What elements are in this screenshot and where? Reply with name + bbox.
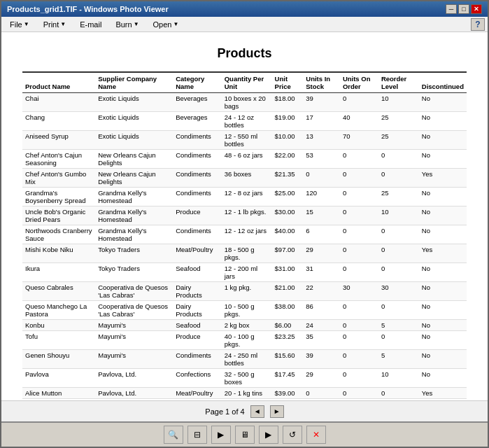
table-cell: 12 - 550 ml bottles — [222, 131, 272, 150]
table-cell: Queso Manchego La Pastora — [22, 301, 95, 320]
table-cell: 39 — [303, 93, 340, 112]
table-cell: 10 — [378, 369, 419, 388]
monitor-button[interactable]: 🖥 — [235, 426, 255, 444]
table-row: Mishi Kobe NikuTokyo TradersMeat/Poultry… — [22, 244, 467, 263]
table-cell: 6 — [303, 225, 340, 244]
table-cell: Mayumi's — [95, 331, 173, 350]
table-cell: Grandma's Boysenberry Spread — [22, 188, 95, 206]
table-cell: 12 - 8 oz jars — [222, 188, 272, 206]
table-cell: Tofu — [22, 331, 95, 350]
products-table: Product Name Supplier Company Name Categ… — [22, 71, 467, 400]
table-cell: Meat/Poultry — [173, 388, 222, 399]
menu-burn[interactable]: Burn ▼ — [110, 19, 144, 30]
chevron-down-icon: ▼ — [134, 21, 139, 27]
zoom-out-button[interactable]: ⊟ — [187, 426, 207, 444]
table-cell: 0 — [378, 331, 419, 350]
table-cell: 32 - 500 g boxes — [222, 369, 272, 388]
table-row: PavlovaPavlova, Ltd.Confections32 - 500 … — [22, 369, 467, 388]
table-cell: 0 — [340, 263, 378, 282]
table-cell: 39 — [303, 350, 340, 369]
table-cell: Northwoods Cranberry Sauce — [22, 225, 95, 244]
table-row: TofuMayumi'sProduce40 - 100 g pkgs.$23.2… — [22, 331, 467, 350]
table-cell: 35 — [303, 331, 340, 350]
minimize-button[interactable]: ─ — [446, 4, 457, 14]
table-cell: 0 — [378, 150, 419, 169]
table-cell: 22 — [303, 282, 340, 301]
table-cell: 0 — [340, 93, 378, 112]
table-cell: Mayumi's — [95, 350, 173, 369]
table-cell: Confections — [173, 369, 222, 388]
table-cell: No — [419, 331, 467, 350]
table-cell: 25 — [378, 131, 419, 150]
table-header-row: Product Name Supplier Company Name Categ… — [22, 72, 467, 93]
table-cell: 25 — [378, 188, 419, 206]
report-title: Products — [22, 46, 467, 61]
help-button[interactable]: ? — [471, 18, 485, 31]
slideshow-button[interactable]: ▶ — [259, 426, 278, 444]
table-cell: 0 — [378, 263, 419, 282]
table-row: ChangExotic LiquidsBeverages24 - 12 oz b… — [22, 112, 467, 131]
table-row: Northwoods Cranberry SauceGrandma Kelly'… — [22, 225, 467, 244]
app-window: Products_grid1.TIF - Windows Photo Viewe… — [0, 0, 489, 448]
chevron-down-icon: ▼ — [24, 21, 29, 27]
main-content: Products Product Name Supplier Company N… — [1, 32, 488, 421]
table-cell: 15 — [303, 206, 340, 225]
table-cell: Meat/Poultry — [173, 244, 222, 263]
table-cell: 20 - 1 kg tins — [222, 388, 272, 399]
table-row: Queso Manchego La PastoraCooperativa de … — [22, 301, 467, 320]
table-cell: 29 — [303, 244, 340, 263]
table-cell: Chef Anton's Cajun Seasoning — [22, 150, 95, 169]
table-row: IkuraTokyo TradersSeafood12 - 200 ml jar… — [22, 263, 467, 282]
play-button[interactable]: ▶ — [211, 426, 231, 444]
table-row: Uncle Bob's Organic Dried PearsGrandma K… — [22, 206, 467, 225]
search-icon-button[interactable]: 🔍 — [164, 426, 183, 444]
table-cell: Mayumi's — [95, 320, 173, 331]
delete-button[interactable]: ✕ — [306, 426, 326, 444]
table-cell: Condiments — [173, 188, 222, 206]
table-row: Genen ShouyuMayumi'sCondiments24 - 250 m… — [22, 350, 467, 369]
table-cell: 18 - 500 g pkgs. — [222, 244, 272, 263]
table-cell: 25 — [378, 112, 419, 131]
table-cell: 86 — [303, 301, 340, 320]
table-cell: 12 - 12 oz jars — [222, 225, 272, 244]
page-navigation: Page 1 of 4 ◄ ► — [1, 400, 488, 421]
menu-email[interactable]: E-mail — [74, 19, 107, 30]
table-cell: Dairy Products — [173, 282, 222, 301]
table-cell: Alice Mutton — [22, 388, 95, 399]
close-button[interactable]: ✕ — [471, 4, 482, 14]
table-cell: Beverages — [173, 112, 222, 131]
table-cell: No — [419, 150, 467, 169]
table-cell: Produce — [173, 206, 222, 225]
table-cell: 17 — [303, 112, 340, 131]
table-cell: New Orleans Cajun Delights — [95, 150, 173, 169]
maximize-button[interactable]: □ — [458, 4, 469, 14]
table-row: Grandma's Boysenberry SpreadGrandma Kell… — [22, 188, 467, 206]
table-cell: 0 — [340, 331, 378, 350]
table-cell: 0 — [340, 369, 378, 388]
table-cell: 0 — [340, 169, 378, 188]
table-cell: 31 — [303, 263, 340, 282]
table-cell: Pavlova — [22, 369, 95, 388]
refresh-button[interactable]: ↺ — [283, 426, 302, 444]
table-cell: Tokyo Traders — [95, 244, 173, 263]
table-cell: 10 — [378, 93, 419, 112]
col-product-name: Product Name — [22, 72, 95, 93]
col-reorder: Reorder Level — [378, 72, 419, 93]
menu-open[interactable]: Open ▼ — [148, 19, 185, 30]
table-cell: 30 — [378, 282, 419, 301]
table-cell: Condiments — [173, 131, 222, 150]
table-cell: Produce — [173, 331, 222, 350]
next-page-button[interactable]: ► — [270, 405, 284, 418]
table-cell: 0 — [340, 188, 378, 206]
prev-page-button[interactable]: ◄ — [250, 405, 264, 418]
table-cell: Queso Cabrales — [22, 282, 95, 301]
table-cell: $38.00 — [272, 301, 304, 320]
table-cell: No — [419, 188, 467, 206]
table-cell: 12 - 200 ml jars — [222, 263, 272, 282]
menu-print[interactable]: Print ▼ — [38, 19, 72, 30]
menu-file[interactable]: File ▼ — [4, 19, 35, 30]
table-cell: 0 — [378, 244, 419, 263]
table-cell: 36 boxes — [222, 169, 272, 188]
table-cell: Condiments — [173, 350, 222, 369]
table-cell: Yes — [419, 169, 467, 188]
